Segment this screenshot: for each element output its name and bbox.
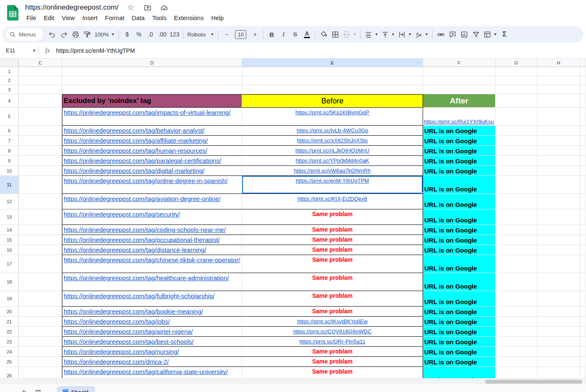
cell-I2[interactable] <box>580 76 586 85</box>
cell-D26[interactable]: https://onlinedegreepost.com/tag/califor… <box>62 367 242 378</box>
cell-G13[interactable] <box>496 209 537 225</box>
row-header-7[interactable]: 7 <box>0 136 19 146</box>
cell-link[interactable]: https://onlinedegreepost.com/tag/impacts… <box>64 109 231 116</box>
cell-F9[interactable]: URL is on Google <box>423 156 496 166</box>
cell-I22[interactable] <box>580 327 586 337</box>
cell-C22[interactable] <box>19 327 62 337</box>
row-header-1[interactable]: 1 <box>0 67 19 76</box>
row-header-8[interactable]: 8 <box>0 146 19 156</box>
cell-link[interactable]: https://onlinedegreepost.com/tag/behavio… <box>64 127 204 134</box>
menu-view[interactable]: View <box>58 13 78 23</box>
row-header-21[interactable]: 21 <box>0 317 19 327</box>
cell-D1[interactable] <box>62 67 242 76</box>
cell-I12[interactable] <box>580 194 586 209</box>
cell-E19[interactable]: Same problam <box>242 291 423 307</box>
paint-format-button[interactable] <box>82 28 93 40</box>
row-header-10[interactable]: 10 <box>0 166 19 176</box>
text-wrap-button[interactable]: ▼ <box>397 28 413 40</box>
cell-E24[interactable]: Same problam <box>242 347 423 357</box>
cell-D4[interactable]: Excluded by ‘noindex’ tag <box>62 94 242 108</box>
cell-H6[interactable] <box>537 126 580 136</box>
cell-E14[interactable]: Same problam <box>242 225 423 235</box>
menu-insert[interactable]: Insert <box>79 13 101 23</box>
cell-D21[interactable]: https://onlinedegreepost.com/tag/jobs/ <box>62 317 242 327</box>
cell-D13[interactable]: https://onlinedegreepost.com/tag/securit… <box>62 209 242 225</box>
zoom-select[interactable]: 100%▼ <box>93 28 116 40</box>
cell-D5[interactable]: https://onlinedegreepost.com/tag/impacts… <box>62 108 242 126</box>
cell-link[interactable]: https://onlinedegreepost.com/tag/digital… <box>64 167 204 174</box>
cell-H25[interactable] <box>537 357 580 367</box>
cell-link[interactable]: https://onlinedegreepost.com/tag/aviatio… <box>64 195 220 202</box>
cell-E6[interactable]: https://prnt.sc/IvLb-4WCu3Gp <box>242 126 423 136</box>
decrease-font-size-button[interactable]: − <box>221 28 232 40</box>
font-size-input[interactable]: 10 <box>232 28 249 40</box>
cell-D17[interactable]: https://onlinedegreepost.com/tag/chinese… <box>62 255 242 273</box>
document-title[interactable]: https://onlinedegreepost.com/ <box>25 3 119 12</box>
cell-H10[interactable] <box>537 166 580 176</box>
cell-link[interactable]: https://onlinedegreepost.com/tag/airtel-… <box>64 328 193 335</box>
increase-decimal-button[interactable]: .00 <box>157 28 168 40</box>
cell-G17[interactable] <box>496 255 537 273</box>
cell-I9[interactable] <box>580 156 586 166</box>
cell-G23[interactable] <box>496 337 537 347</box>
cell-I15[interactable] <box>580 235 586 245</box>
cell-I21[interactable] <box>580 317 586 327</box>
cell-G19[interactable] <box>496 291 537 307</box>
cell-link[interactable]: https://prnt.sc/nLJkQIHQzMnU <box>295 147 369 154</box>
cell-link[interactable]: https://prnt.sc/YPp0kMd4n0aK <box>296 157 369 164</box>
cell-G15[interactable] <box>496 235 537 245</box>
cell-C14[interactable] <box>19 225 62 235</box>
create-filter-button[interactable] <box>470 28 482 40</box>
horizontal-scrollbar-thumb[interactable] <box>485 380 582 384</box>
cell-D3[interactable] <box>62 85 242 94</box>
cell-link[interactable]: https://prnt.sc/xX62ShJnXSlo <box>297 137 367 144</box>
cell-G4[interactable] <box>496 94 537 108</box>
cell-D8[interactable]: https://onlinedegreepost.com/tag/human-r… <box>62 146 242 156</box>
cloud-saved-icon[interactable] <box>160 3 169 12</box>
cell-I3[interactable] <box>580 85 586 94</box>
cell-link[interactable]: https://prnt.sc/KUj-Ej2DQex6 <box>297 196 367 202</box>
cell-H19[interactable] <box>537 291 580 307</box>
cell-link[interactable]: https://prnt.sc/IKsvtBKYp8Ew <box>297 318 367 325</box>
cell-link[interactable]: https://onlinedegreepost.com/tag/healthc… <box>64 274 229 281</box>
cell-link[interactable]: https://onlinedegreepost.com/tag/human-r… <box>64 147 207 154</box>
more-formats-button[interactable]: 123 <box>168 28 181 40</box>
cell-H17[interactable] <box>537 255 580 273</box>
cell-link[interactable]: https://onlinedegreepost.com/tag/paraleg… <box>64 157 221 164</box>
cell-E7[interactable]: https://prnt.sc/xX62ShJnXSlo <box>242 136 423 146</box>
cell-C3[interactable] <box>19 85 62 94</box>
cell-F1[interactable] <box>423 67 496 76</box>
cell-D25[interactable]: https://onlinedegreepost.com/dmca-2/ <box>62 357 242 367</box>
cell-C18[interactable] <box>19 273 62 291</box>
row-header-14[interactable]: 14 <box>0 225 19 235</box>
cell-H7[interactable] <box>537 136 580 146</box>
cell-H11[interactable] <box>537 176 580 194</box>
cell-H15[interactable] <box>537 235 580 245</box>
row-header-12[interactable]: 12 <box>0 194 19 209</box>
cell-link[interactable]: https://onlinedegreepost.com/tag/occupat… <box>64 236 220 243</box>
cell-D2[interactable] <box>62 76 242 85</box>
cell-link[interactable]: https://onlinedegreepost.com/tag/best-sc… <box>64 338 194 345</box>
row-header-3[interactable]: 3 <box>0 85 19 94</box>
horizontal-align-button[interactable]: ▼ <box>363 28 379 40</box>
cell-F23[interactable]: URL is on Google <box>423 337 496 347</box>
cell-H13[interactable] <box>537 209 580 225</box>
cell-G5[interactable] <box>496 108 537 126</box>
cell-H18[interactable] <box>537 273 580 291</box>
cell-F26[interactable]: URL is on Google <box>423 367 496 378</box>
name-box[interactable]: E11 ▼ <box>0 47 36 54</box>
cell-C8[interactable] <box>19 146 62 156</box>
menu-format[interactable]: Format <box>101 13 128 23</box>
cell-E5[interactable]: https://prnt.sc/5Kp1KIBvmGqP <box>242 108 423 126</box>
cell-link[interactable]: https://prnt.sc/enM-YthUgTPM <box>296 178 369 184</box>
cell-E4[interactable]: Before <box>242 94 423 108</box>
cell-link[interactable]: https://onlinedegreepost.com/tag/securit… <box>64 211 180 218</box>
cell-link[interactable]: https://prnt.sc/ORr-Ptrj5a11 <box>299 338 365 345</box>
cell-E20[interactable]: Same problam <box>242 307 423 317</box>
cell-G10[interactable] <box>496 166 537 176</box>
cell-G24[interactable] <box>496 347 537 357</box>
row-header-25[interactable]: 25 <box>0 357 19 367</box>
cell-E15[interactable]: Same problam <box>242 235 423 245</box>
vertical-align-button[interactable]: ▼ <box>380 28 396 40</box>
cell-C23[interactable] <box>19 337 62 347</box>
